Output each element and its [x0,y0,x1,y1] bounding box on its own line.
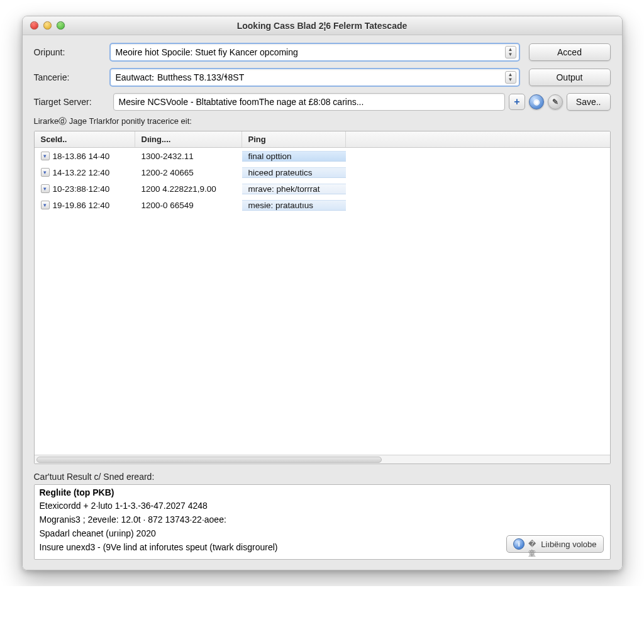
titlebar: Looking Cass Blad 2¦6 Felerm Tatescade [23,16,622,35]
linbeing-button[interactable]: i �童 Liıbёıng volobe [506,535,603,553]
cell: 14-13.22 12:40 [53,168,110,177]
list-heading: Lirarkeⓓ Jage Trlarkfor ponitly traceric… [34,116,611,127]
oripunt-combo[interactable]: Meoire hiot Spocile: Stuet fiy Kancer op… [109,43,520,62]
close-icon[interactable] [30,21,38,30]
horizontal-scrollbar[interactable]: ◂ [35,455,610,464]
table-row[interactable]: ▾14-13.22 12:40 1200-2 40665 hiceed prat… [35,164,610,180]
table-row[interactable]: ▾19-19.86 12:40 1200-0 66549 mesie: prat… [35,197,610,213]
window: Looking Cass Blad 2¦6 Felerm Tatescade O… [22,16,623,570]
result-line: Etexicordd + 2·luto 1-1-3.-36-47.2027 42… [40,499,605,513]
result-label: Car'tuut Result c/ Sned ereard: [34,472,611,482]
table-body[interactable]: ▾18-13.86 14·40 1300-2432.11 final optti… [35,148,610,455]
row-tancerie: Tancerie: Eautwactː Butthess T8.133/ɬ8ST… [34,68,611,87]
target-value: Mesire NCSVoole - Bltabtative foomThe na… [119,97,364,107]
result-box: Reglıite (top PKB) Etexicordd + 2·luto 1… [34,484,611,560]
save-button[interactable]: Save.. [567,93,611,111]
ping-cell: hiceed prateutics [242,167,346,178]
add-button[interactable]: + [509,94,525,110]
row-icon: ▾ [41,152,50,160]
row-icon: ▾ [41,201,50,209]
gear-icon: �童 [528,540,537,548]
ping-cell: mrave: phek/torrrat [242,184,346,194]
cell: 1200 4.2282ż1,9.00 [135,184,242,194]
output-button[interactable]: Output [529,69,611,86]
table-row[interactable]: ▾10-23:88·12:40 1200 4.2282ż1,9.00 mrave… [35,180,610,197]
table-header: Sceld.. Dıing.... Ping [35,131,610,148]
cell: 18-13.86 14·40 [53,152,110,161]
result-head: Reglıite (top PKB) [40,487,605,499]
globe-icon[interactable]: ◉ [529,94,544,109]
zoom-icon[interactable] [57,21,65,30]
table-row[interactable]: ▾18-13.86 14·40 1300-2432.11 final optti… [35,148,610,164]
row-icon: ▾ [41,168,50,177]
cell: 19-19.86 12:40 [53,201,110,210]
oripunt-label: Oripunt: [34,47,109,57]
col-ping[interactable]: Ping [242,131,346,147]
tancerie-combo[interactable]: Eautwactː Butthess T8.133/ɬ8ST [109,68,520,87]
col-blank[interactable] [346,131,610,147]
ping-cell: final opttion [242,151,346,162]
cell: 1200-0 66549 [135,201,242,210]
window-title: Looking Cass Blad 2¦6 Felerm Tatescade [29,21,616,31]
row-target: Tiarget Server: Mesire NCSVoole - Bltabt… [34,93,611,111]
traffic-lights [30,21,65,30]
results-table: Sceld.. Dıing.... Ping ▾18-13.86 14·40 1… [34,131,611,464]
stepper-icon[interactable] [505,46,516,58]
col-diing[interactable]: Dıing.... [135,131,242,147]
row-oripunt: Oripunt: Meoire hiot Spocile: Stuet fiy … [34,43,611,62]
col-sceld[interactable]: Sceld.. [35,131,135,147]
cell: 10-23:88·12:40 [53,184,110,194]
info-icon: i [513,538,525,550]
link-icon[interactable]: ✎ [548,94,563,109]
tancerie-label: Tancerie: [34,72,109,82]
linbeing-label: Liıbёıng volobe [541,540,596,549]
ping-cell: mesie: pratautıus [242,200,346,211]
tancerie-value: Eautwactː Butthess T8.133/ɬ8ST [116,72,245,82]
cell: 1200-2 40665 [135,168,242,177]
scroll-thumb[interactable] [36,457,382,463]
content-area: Oripunt: Meoire hiot Spocile: Stuet fiy … [23,35,622,570]
result-line: Mogranis3 ; 2eveıle: 12.0t · 872 13743·2… [40,513,605,526]
minimize-icon[interactable] [43,21,52,30]
target-combo[interactable]: Mesire NCSVoole - Bltabtative foomThe na… [113,93,505,111]
target-label: Tiarget Server: [34,97,109,107]
cell: 1300-2432.11 [135,152,242,161]
acced-button[interactable]: Acced [529,43,611,61]
oripunt-value: Meoire hiot Spocile: Stuet fiy Kancer op… [116,47,298,57]
row-icon: ▾ [41,184,50,193]
stepper-icon[interactable] [505,71,516,84]
